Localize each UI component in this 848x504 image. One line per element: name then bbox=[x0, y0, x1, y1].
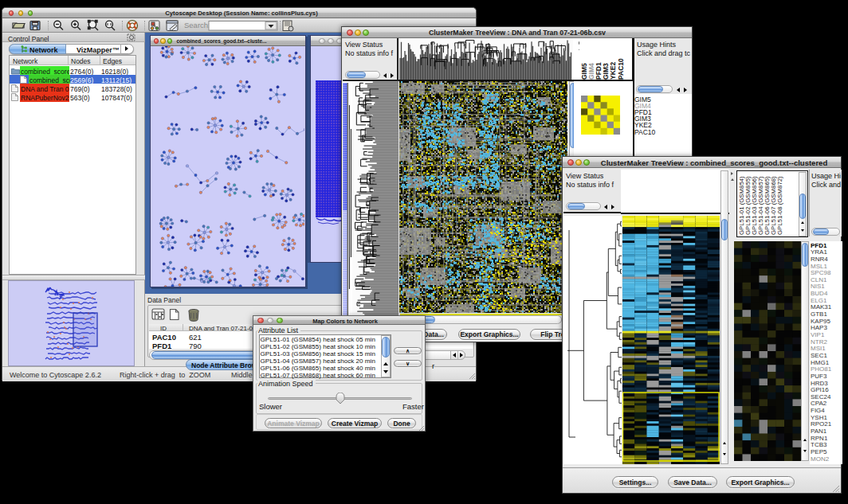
svg-text:GPL51-08 (GSM872): GPL51-08 (GSM872) bbox=[776, 176, 783, 235]
svg-text:Search:: Search: bbox=[184, 21, 210, 29]
